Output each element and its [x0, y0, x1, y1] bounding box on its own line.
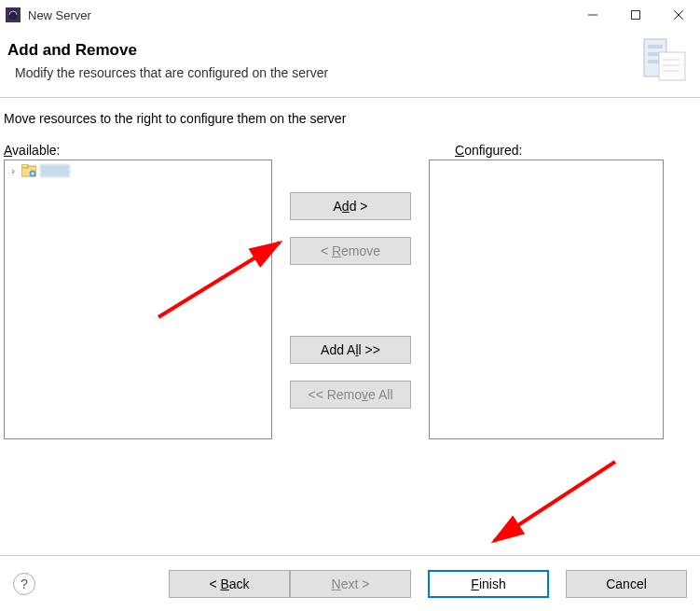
window-title: New Server: [28, 8, 571, 22]
project-icon: [21, 164, 36, 177]
window-controls: [571, 0, 700, 30]
configured-label: Configured:: [455, 143, 522, 158]
cancel-button[interactable]: Cancel: [566, 570, 687, 598]
list-item-label: [40, 164, 70, 177]
add-button[interactable]: Add >: [290, 192, 411, 220]
page-title: Add and Remove: [7, 41, 685, 60]
svg-rect-7: [648, 45, 663, 49]
configured-listbox[interactable]: [429, 160, 664, 439]
available-label: Available:: [4, 143, 276, 158]
finish-button[interactable]: Finish: [428, 570, 549, 598]
wizard-header: Add and Remove Modify the resources that…: [0, 30, 700, 98]
svg-rect-10: [659, 52, 685, 80]
transfer-buttons: Add > < Remove Add All >> << Remove All: [272, 160, 429, 425]
minimize-button[interactable]: [571, 0, 614, 30]
close-button[interactable]: [657, 0, 700, 30]
maximize-button[interactable]: [614, 0, 657, 30]
instruction-text: Move resources to the right to configure…: [4, 111, 693, 126]
titlebar: New Server: [0, 0, 700, 30]
available-listbox[interactable]: ›: [4, 160, 272, 439]
eclipse-icon: [6, 7, 21, 22]
page-subtitle: Modify the resources that are configured…: [7, 65, 685, 80]
chevron-right-icon[interactable]: ›: [8, 165, 18, 176]
svg-point-17: [32, 173, 34, 175]
back-button[interactable]: < Back: [169, 570, 290, 598]
svg-rect-3: [632, 11, 640, 20]
next-button: Next >: [290, 570, 411, 598]
annotation-arrow-finish: [471, 452, 629, 555]
svg-rect-15: [21, 164, 28, 168]
add-all-button[interactable]: Add All >>: [290, 336, 411, 364]
help-button[interactable]: ?: [13, 573, 35, 595]
list-item[interactable]: ›: [5, 160, 271, 181]
remove-button: < Remove: [290, 237, 411, 265]
content-area: Move resources to the right to configure…: [0, 98, 700, 439]
remove-all-button: << Remove All: [290, 381, 411, 409]
svg-line-19: [494, 462, 615, 541]
footer-bar: ? < Back Next > Finish Cancel: [0, 555, 700, 611]
server-wizard-icon: [638, 35, 691, 84]
